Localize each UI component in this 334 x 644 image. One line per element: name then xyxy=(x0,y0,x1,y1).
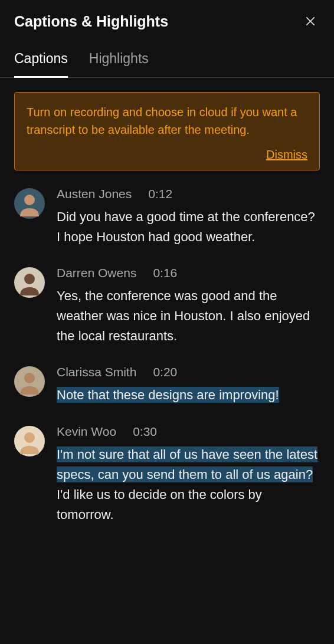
caption-entry: Kevin Woo 0:30 I'm not sure that all of … xyxy=(14,425,320,525)
avatar xyxy=(14,366,45,397)
avatar xyxy=(14,426,45,456)
highlight-span: Note that these designs are improving! xyxy=(57,387,279,403)
avatar xyxy=(14,188,45,219)
tab-captions[interactable]: Captions xyxy=(14,51,68,78)
caption-text-rest: I'd like us to decide on the colors by t… xyxy=(57,487,262,522)
svg-point-7 xyxy=(24,373,35,383)
dismiss-button[interactable]: Dismiss xyxy=(266,148,307,162)
svg-point-5 xyxy=(24,274,35,284)
timestamp: 0:12 xyxy=(148,187,172,201)
recording-notice: Turn on recording and choose in cloud if… xyxy=(14,92,320,170)
svg-point-3 xyxy=(24,195,35,205)
caption-entry: Darren Owens 0:16 Yes, the conference wa… xyxy=(14,266,320,346)
timestamp: 0:30 xyxy=(133,425,157,439)
timestamp: 0:16 xyxy=(153,266,177,280)
speaker-name: Kevin Woo xyxy=(57,425,116,439)
caption-text: Yes, the conference was good and the wea… xyxy=(57,286,320,346)
close-icon xyxy=(304,15,316,27)
caption-text: I'm not sure that all of us have seen th… xyxy=(57,445,320,525)
timestamp: 0:20 xyxy=(153,365,177,379)
caption-entry: Austen Jones 0:12 Did you have a good ti… xyxy=(14,187,320,247)
panel-title: Captions & Highlights xyxy=(14,13,168,30)
svg-point-9 xyxy=(24,432,35,443)
caption-text: Did you have a good time at the conferen… xyxy=(57,207,320,247)
close-button[interactable] xyxy=(301,12,320,31)
speaker-name: Clarissa Smith xyxy=(57,365,136,379)
captions-content: Turn on recording and choose in cloud if… xyxy=(0,78,334,644)
speaker-name: Austen Jones xyxy=(57,187,132,201)
caption-text: Note that these designs are improving! xyxy=(57,385,320,405)
caption-entry: Clarissa Smith 0:20 Note that these desi… xyxy=(14,365,320,405)
avatar xyxy=(14,267,45,298)
highlight-span: I'm not sure that all of us have seen th… xyxy=(57,446,317,482)
tab-bar: Captions Highlights xyxy=(0,37,334,78)
tab-highlights[interactable]: Highlights xyxy=(89,51,149,78)
speaker-name: Darren Owens xyxy=(57,266,136,280)
notice-text: Turn on recording and choose in cloud if… xyxy=(27,103,307,139)
